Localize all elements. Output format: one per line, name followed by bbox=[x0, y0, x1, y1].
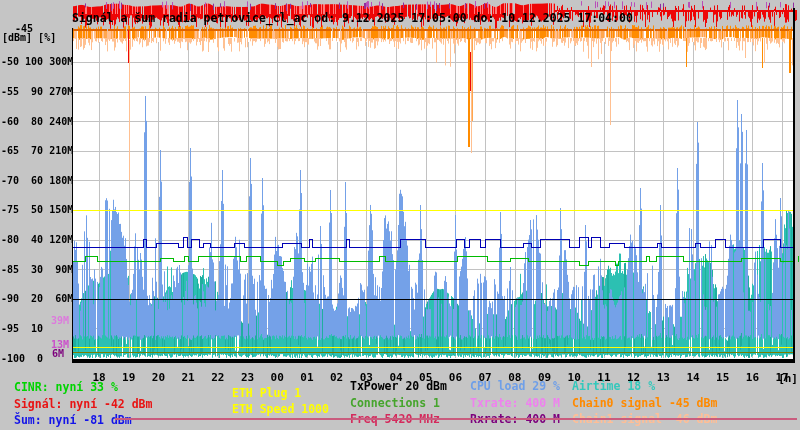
signal-noise-graph-page: { "title": "Signál a šum radia petrovice… bbox=[0, 0, 800, 430]
rate-marker: 6M bbox=[52, 349, 64, 359]
legend-item-txrate: Txrate: 400 M bbox=[470, 398, 560, 410]
x-axis-hour-label: 02 bbox=[323, 372, 351, 383]
y-axis-tick-row: -90 20 60M bbox=[1, 294, 73, 304]
x-axis-unit-label: [h] bbox=[770, 373, 798, 384]
x-axis-hour-label: 01 bbox=[293, 372, 321, 383]
y-axis-tick-row: -100 0 bbox=[1, 354, 43, 364]
y-axis-tick-row: -70 60 180M bbox=[1, 176, 73, 186]
x-axis-hour-label: 22 bbox=[204, 372, 232, 383]
y-axis-tick-row: -95 10 bbox=[1, 324, 43, 334]
y-axis-tick-row: -55 90 270M bbox=[1, 87, 73, 97]
y-axis-tick-row: -50 100 300M bbox=[1, 57, 73, 67]
legend-item-noise: Šum: nyní -81 dBm bbox=[14, 415, 132, 427]
rate-marker: 39M bbox=[51, 316, 69, 326]
x-axis-hour-label: 21 bbox=[174, 372, 202, 383]
x-axis-hour-label: 16 bbox=[738, 372, 766, 383]
legend-item-airtime: Airtime 18 % bbox=[572, 381, 655, 393]
x-axis-hour-label: 15 bbox=[709, 372, 737, 383]
y-axis-unit-label: [dBm] [%] bbox=[2, 33, 56, 43]
legend-item-signal: Signál: nyní -42 dBm bbox=[14, 399, 152, 411]
x-axis-hour-label: 23 bbox=[234, 372, 262, 383]
y-axis-tick-row: -65 70 210M bbox=[1, 146, 73, 156]
y-axis-tick-row: -60 80 240M bbox=[1, 117, 73, 127]
graph-title: Signál a šum radia petrovice_cl_ac od: 9… bbox=[72, 13, 633, 25]
freq-underline bbox=[115, 418, 797, 420]
legend-item-chain0: Chain0 signal -45 dBm bbox=[572, 398, 717, 410]
legend-item-cpu-load: CPU load 29 % bbox=[470, 381, 560, 393]
legend-item-connections: Connections 1 bbox=[350, 398, 440, 410]
y-axis-tick-row: -75 50 150M bbox=[1, 205, 73, 215]
y-axis-tick-row: -85 30 90M bbox=[1, 265, 73, 275]
signal-noise-graph-canvas bbox=[0, 0, 800, 430]
x-axis-hour-label: 20 bbox=[144, 372, 172, 383]
legend-item-cinr: CINR: nyní 33 % bbox=[14, 382, 118, 394]
legend-item-eth-plug: ETH Plug 1 bbox=[232, 388, 301, 400]
x-axis-hour-label: 00 bbox=[263, 372, 291, 383]
x-axis-hour-label: 14 bbox=[679, 372, 707, 383]
legend-item-eth-speed: ETH Speed 1000 bbox=[232, 404, 329, 416]
legend-item-txpower: TxPower 20 dBm bbox=[350, 381, 447, 393]
x-axis-hour-label: 19 bbox=[115, 372, 143, 383]
y-axis-tick-row: -80 40 120M bbox=[1, 235, 73, 245]
